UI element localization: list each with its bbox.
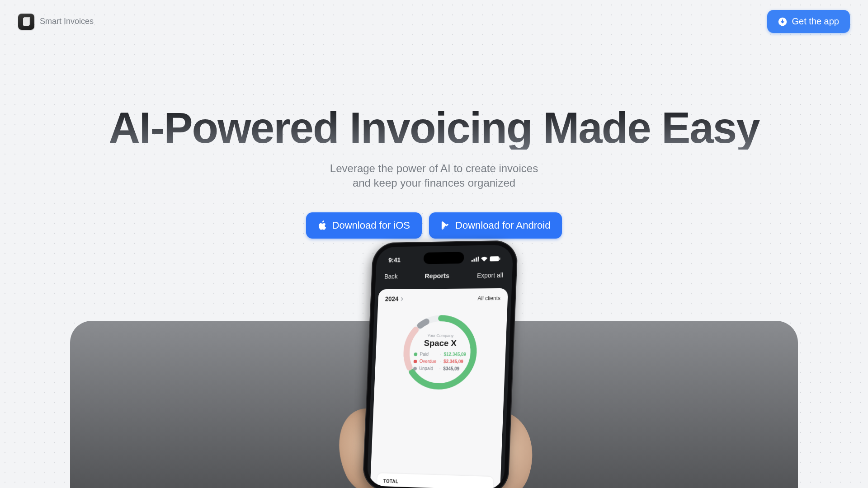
nav-back[interactable]: Back [384,272,398,280]
hero-title: AI-Powered Invoicing Made Easy [0,106,868,150]
brand-name: Smart Invoices [40,17,94,26]
clients-filter[interactable]: All clients [477,295,500,301]
svg-rect-2 [473,258,475,261]
apple-icon [318,221,327,230]
total-card: TOTAL [377,473,493,488]
get-the-app-label: Get the app [792,16,839,27]
get-the-app-button[interactable]: Get the app [767,10,850,33]
download-android-button[interactable]: Download for Android [429,212,562,239]
legend-overdue: Overdue· $2.345,09 [413,359,466,364]
hero-subtitle: Leverage the power of AI to create invoi… [0,161,868,191]
brand: Smart Invoices [18,14,94,30]
svg-rect-1 [472,260,473,262]
status-icons [472,256,500,262]
wifi-icon [481,256,488,261]
svg-rect-4 [477,256,479,261]
dynamic-island [423,252,464,264]
company-label: Your Company [427,333,453,338]
year-selector[interactable]: 2024 [385,295,404,302]
svg-rect-5 [490,256,499,261]
phone-mockup: 9:41 Back Reports Export all 2024 [362,240,518,488]
chevron-right-icon [400,297,404,301]
cellular-icon [472,256,479,261]
hero-phone-stage: 9:41 Back Reports Export all 2024 [0,262,868,488]
legend-paid: Paid· $12.345,09 [414,352,466,357]
status-time: 9:41 [388,256,401,263]
svg-rect-3 [476,257,477,261]
cta-ios-label: Download for iOS [332,220,410,231]
svg-rect-6 [500,257,500,260]
nav-export-all[interactable]: Export all [477,271,504,279]
download-circle-icon [778,17,787,26]
legend-unpaid: Unpaid· $345,09 [413,366,466,371]
report-donut-chart: Your Company Space X Paid· $12.345,09 [399,312,481,393]
nav-title: Reports [425,272,450,279]
company-name: Space X [424,338,457,348]
battery-icon [490,256,500,261]
app-logo-icon [18,14,34,30]
download-ios-button[interactable]: Download for iOS [306,212,422,239]
cta-android-label: Download for Android [455,220,550,231]
google-play-icon [441,221,450,230]
